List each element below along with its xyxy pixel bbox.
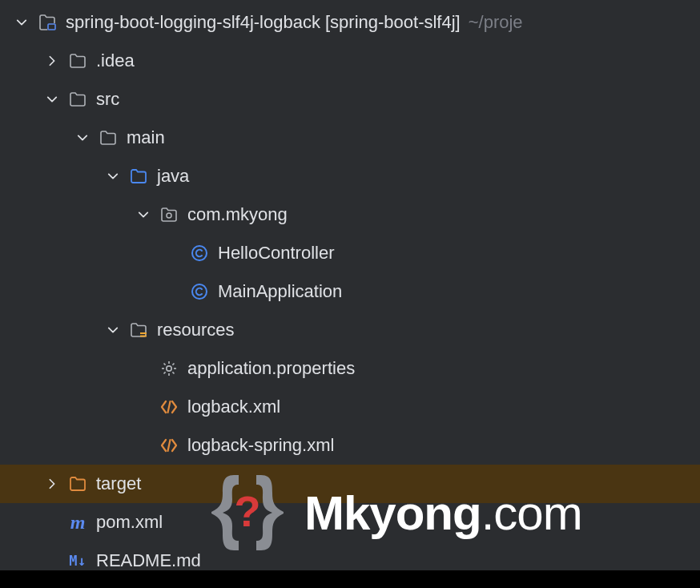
tree-item-label: pom.xml <box>96 512 163 533</box>
tree-item-class-hellocontroller[interactable]: HelloController <box>0 234 700 272</box>
class-icon <box>189 243 210 264</box>
bottom-fade <box>0 570 700 588</box>
tree-item-label: HelloController <box>218 243 335 264</box>
tree-item-label: .idea <box>96 50 135 71</box>
tree-item-package[interactable]: com.mkyong <box>0 195 700 234</box>
tree-item-main[interactable]: main <box>0 119 700 157</box>
svg-point-4 <box>192 284 207 299</box>
tree-item-label: com.mkyong <box>187 204 288 225</box>
maven-icon: m <box>67 512 88 533</box>
tree-item-root[interactable]: spring-boot-logging-slf4j-logback [sprin… <box>0 3 700 42</box>
tree-item-label: target <box>96 473 141 494</box>
tree-item-label: main <box>127 127 165 148</box>
project-tree: spring-boot-logging-slf4j-logback [sprin… <box>0 0 700 580</box>
folder-icon <box>67 50 88 71</box>
resources-folder-icon <box>128 320 149 340</box>
gear-icon <box>159 358 179 379</box>
svg-rect-6 <box>140 336 147 337</box>
folder-icon <box>67 89 88 110</box>
chevron-right-icon[interactable] <box>42 473 62 494</box>
chevron-right-icon[interactable] <box>42 50 62 71</box>
tree-item-label: java <box>157 166 189 187</box>
tree-item-java[interactable]: java <box>0 157 700 195</box>
tree-item-label: resources <box>157 320 235 340</box>
tree-item-pom[interactable]: m pom.xml <box>0 503 700 542</box>
tree-item-idea[interactable]: .idea <box>0 42 700 80</box>
markdown-icon: M↓ <box>67 550 88 571</box>
svg-point-3 <box>192 246 207 260</box>
class-icon <box>189 281 210 302</box>
chevron-down-icon[interactable] <box>42 89 62 110</box>
chevron-down-icon[interactable] <box>133 204 154 225</box>
module-folder-icon <box>37 12 58 33</box>
svg-rect-5 <box>140 332 147 334</box>
tree-item-target[interactable]: target <box>0 465 700 503</box>
excluded-folder-icon <box>67 473 88 494</box>
tree-item-class-mainapplication[interactable]: MainApplication <box>0 272 700 311</box>
xml-icon <box>159 397 179 417</box>
tree-item-label: README.md <box>96 550 201 571</box>
tree-item-label: application.properties <box>187 358 355 379</box>
tree-item-label: logback-spring.xml <box>187 435 334 456</box>
chevron-down-icon[interactable] <box>103 166 123 187</box>
tree-item-label: spring-boot-logging-slf4j-logback <box>66 12 320 33</box>
tree-item-src[interactable]: src <box>0 80 700 119</box>
chevron-down-icon[interactable] <box>11 12 32 33</box>
svg-point-2 <box>167 213 171 218</box>
module-bracket: [spring-boot-slf4j] <box>325 12 461 33</box>
svg-point-7 <box>167 366 171 371</box>
tree-item-appprops[interactable]: application.properties <box>0 349 700 388</box>
tree-item-label: src <box>96 89 119 110</box>
tree-item-logback1[interactable]: logback.xml <box>0 388 700 426</box>
package-icon <box>159 204 179 225</box>
chevron-down-icon[interactable] <box>103 320 123 340</box>
project-path: ~/proje <box>469 12 523 33</box>
folder-icon <box>98 127 119 148</box>
source-folder-icon <box>128 166 149 187</box>
chevron-down-icon[interactable] <box>72 127 93 148</box>
xml-icon <box>159 435 179 456</box>
tree-item-label: MainApplication <box>218 281 342 302</box>
tree-item-label: logback.xml <box>187 397 280 417</box>
tree-item-resources[interactable]: resources <box>0 311 700 349</box>
tree-item-logback2[interactable]: logback-spring.xml <box>0 426 700 465</box>
